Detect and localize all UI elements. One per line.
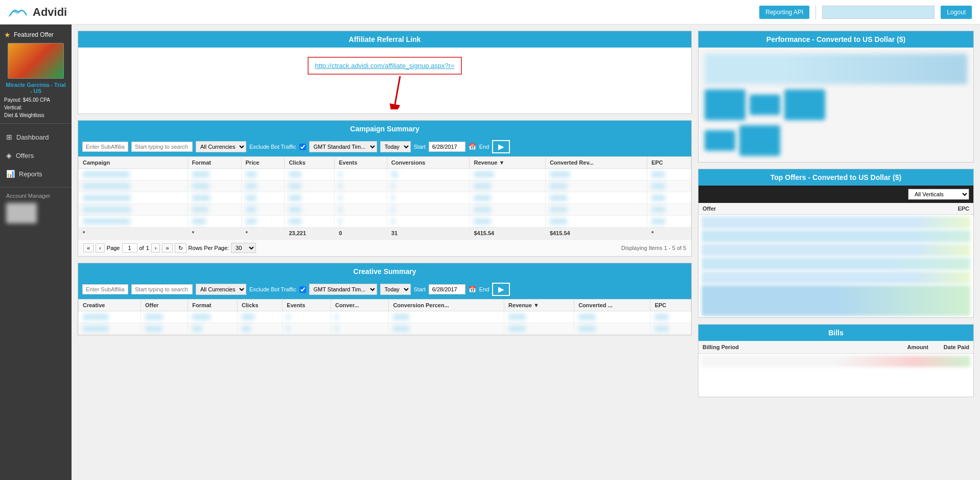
top-offers-vertical-select[interactable]: All Verticals: [908, 189, 969, 200]
sidebar-item-dashboard[interactable]: ⊞ Dashboard: [0, 128, 72, 146]
logo-icon: [8, 4, 29, 20]
exclude-bot-checkbox[interactable]: [299, 144, 306, 150]
offers-icon: ◈: [6, 151, 12, 159]
creative-start-date[interactable]: [429, 284, 465, 294]
reporting-api-button[interactable]: Reporting API: [759, 6, 809, 19]
col-campaign: Campaign: [79, 157, 188, 169]
perf-box-1: [705, 89, 745, 120]
prev-page-button[interactable]: ‹: [96, 243, 105, 253]
top-offer-row: [702, 244, 970, 256]
account-manager-avatar: [6, 203, 37, 223]
col-revenue: Revenue ▼: [504, 300, 574, 311]
header-search-input[interactable]: [822, 6, 935, 19]
header-right: Reporting API Logout: [759, 5, 972, 19]
campaign-pagination: « ‹ Page of 1 › » ↻ Rows Per Page: 30 50…: [78, 239, 691, 256]
col-price: Price: [241, 157, 285, 169]
sidebar-item-offers[interactable]: ◈ Offers: [0, 146, 72, 165]
bills-col-date: Date Paid: [928, 344, 969, 350]
top-offers-table-header: Offer EPC: [698, 203, 973, 215]
campaign-summary-panel: Campaign Summary All Currencies Exclude …: [78, 120, 692, 257]
dashboard-icon: ⊞: [6, 133, 12, 141]
creative-calendar-icon[interactable]: 📅: [469, 286, 476, 293]
campaign-end-label: End: [479, 144, 489, 150]
col-clicks: Clicks: [285, 157, 335, 169]
main-left: Affiliate Referral Link http://ctrack.ad…: [78, 31, 692, 474]
creative-exclude-bot-checkbox[interactable]: [299, 286, 306, 293]
totals-row: * * * 23,221 0 31 $415.54 $415.54 *: [79, 227, 691, 239]
last-page-button[interactable]: »: [162, 243, 172, 253]
table-row: Creative A Offer X Banner 1200 0 5 0.42%…: [79, 311, 691, 323]
col-converted: Converted ...: [574, 300, 650, 311]
campaign-sub-affiliate-input[interactable]: [82, 142, 128, 152]
account-manager-section: Account Manager: [0, 187, 72, 228]
rows-per-page-label: Rows Per Page:: [189, 245, 229, 251]
campaign-timezone-select[interactable]: GMT Standard Tim...: [309, 141, 377, 152]
table-row: Campaign Name E Email CPA 2500 0 2 $50.0…: [79, 216, 691, 227]
next-page-button[interactable]: ›: [151, 243, 160, 253]
campaign-period-select[interactable]: Today: [380, 141, 411, 152]
offer-name[interactable]: Miracle Garcinia - Trial - US: [4, 82, 67, 94]
page-of-label: of: [139, 245, 144, 251]
logout-button[interactable]: Logout: [941, 6, 972, 19]
first-page-button[interactable]: «: [83, 243, 94, 253]
top-offer-row: [702, 216, 970, 228]
main-right: Performance - Converted to US Dollar ($): [698, 31, 974, 474]
total-clicks: 23,221: [285, 227, 335, 239]
top-offer-row: [702, 258, 970, 270]
bills-table-header: Billing Period Amount Date Paid: [698, 341, 973, 354]
creative-timezone-select[interactable]: GMT Standard Tim...: [309, 284, 377, 295]
performance-header: Performance - Converted to US Dollar ($): [698, 31, 973, 48]
campaign-calendar-icon[interactable]: 📅: [469, 143, 476, 150]
affiliate-link-header: Affiliate Referral Link: [78, 31, 691, 48]
campaign-search-input[interactable]: [131, 142, 193, 152]
perf-box-2: [750, 95, 780, 115]
exclude-bot-label: Exclude Bot Traffic: [249, 144, 296, 150]
logo-text: Advidi: [33, 6, 67, 19]
bills-col-amount: Amount: [893, 344, 928, 350]
sidebar-item-reports[interactable]: 📊 Reports: [0, 165, 72, 183]
col-events: Events: [283, 300, 331, 311]
rows-per-page-select[interactable]: 30 50 100: [231, 243, 256, 253]
sidebar: ★ Featured Offer Miracle Garcinia - Tria…: [0, 25, 72, 480]
campaign-start-date[interactable]: [429, 142, 465, 152]
affiliate-link-text[interactable]: http://ctrack.advidi.com/affiliate_signu…: [315, 62, 454, 70]
reports-icon: 📊: [6, 170, 15, 178]
displaying-text: Displaying Items 1 - 5 of 5: [621, 245, 686, 251]
creative-currency-select[interactable]: All Currencies: [196, 284, 246, 295]
top-offer-row: [702, 230, 970, 242]
col-converted-rev: Converted Rev...: [545, 157, 647, 169]
refresh-button[interactable]: ↻: [175, 243, 186, 253]
top-offers-col-epc: EPC: [939, 205, 969, 212]
creative-toolbar: All Currencies Exclude Bot Traffic GMT S…: [78, 280, 691, 299]
featured-offer-image: [8, 43, 64, 79]
creative-search-input[interactable]: [131, 284, 193, 294]
header-divider: [815, 5, 816, 19]
total-conversions: 31: [387, 227, 470, 239]
offer-details: Payout: $45.00 CPA Vertical: Diet & Weig…: [4, 96, 67, 119]
affiliate-link-section: http://ctrack.advidi.com/affiliate_signu…: [78, 48, 691, 84]
creative-sub-affiliate-input[interactable]: [82, 284, 128, 294]
campaign-go-button[interactable]: ▶: [492, 140, 510, 153]
campaign-table: Campaign Format Price Clicks Events Conv…: [78, 156, 691, 239]
creative-summary-header: Creative Summary: [78, 263, 691, 280]
bills-col-billing: Billing Period: [703, 344, 893, 350]
performance-content: [698, 48, 973, 162]
total-converted-rev: $415.54: [545, 227, 647, 239]
creative-exclude-bot-label: Exclude Bot Traffic: [249, 286, 296, 292]
affiliate-referral-panel: Affiliate Referral Link http://ctrack.ad…: [78, 31, 692, 114]
affiliate-link-box[interactable]: http://ctrack.advidi.com/affiliate_signu…: [308, 57, 461, 75]
creative-go-button[interactable]: ▶: [492, 283, 510, 296]
top-offers-panel: Top Offers - Converted to US Dollar ($) …: [698, 169, 974, 318]
top-offers-col-offer: Offer: [703, 205, 939, 212]
performance-row-1: [705, 89, 967, 120]
table-row: Creative B Offer Y Text 900 0 3 0.33% $3…: [79, 323, 691, 335]
page-number-input[interactable]: [122, 243, 137, 253]
creative-period-select[interactable]: Today: [380, 284, 411, 295]
campaign-currency-select[interactable]: All Currencies: [196, 141, 246, 152]
campaign-toolbar: All Currencies Exclude Bot Traffic GMT S…: [78, 137, 691, 156]
col-revenue: Revenue ▼: [470, 157, 545, 169]
top-offers-toolbar: All Verticals: [698, 186, 973, 203]
creative-table: Creative Offer Format Clicks Events Conv…: [78, 299, 691, 335]
creative-summary-panel: Creative Summary All Currencies Exclude …: [78, 263, 692, 335]
col-conversion-percent: Conversion Percen...: [389, 300, 504, 311]
